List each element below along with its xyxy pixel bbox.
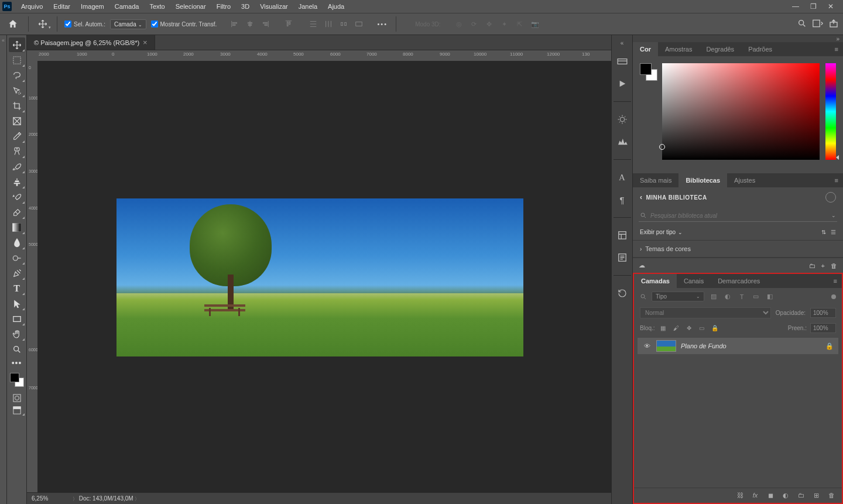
layer-lock-icon[interactable]: 🔒 [825, 342, 834, 350]
canvas-viewport[interactable] [37, 61, 611, 492]
gradient-tool[interactable] [9, 220, 25, 235]
filter-shape-icon[interactable]: ▭ [751, 293, 760, 300]
library-search[interactable]: ⌄ [639, 210, 837, 222]
dock-collapse-icon[interactable]: « [621, 40, 624, 46]
lock-transparent-icon[interactable]: ▦ [659, 325, 668, 331]
eraser-tool[interactable] [9, 205, 25, 220]
foreground-background-swatch[interactable] [10, 373, 24, 387]
tab-cor[interactable]: Cor [633, 42, 658, 56]
layer-visibility-icon[interactable]: 👁 [642, 342, 652, 349]
auto-select-checkbox[interactable]: Sel. Autom.: [64, 20, 105, 28]
path-selection-tool[interactable] [9, 296, 25, 311]
brushes-icon[interactable] [615, 112, 629, 126]
layer-row-background[interactable]: 👁 Plano de Fundo 🔒 [638, 338, 838, 354]
search-icon[interactable] [797, 19, 807, 29]
fill-input[interactable]: 100% [810, 323, 836, 333]
properties-icon[interactable] [615, 228, 629, 242]
zoom-level[interactable]: 6,25% [32, 495, 61, 502]
lock-all-icon[interactable]: 🔒 [710, 325, 719, 331]
zoom-tool[interactable] [9, 342, 25, 356]
library-panel-menu-icon[interactable]: ≡ [830, 173, 843, 187]
doc-info-label[interactable]: 〉 Doc: 143,0M/143,0M 〉 [73, 495, 139, 502]
library-view-icon[interactable]: ☰ [831, 229, 836, 235]
tab-amostras[interactable]: Amostras [658, 42, 699, 56]
filter-toggle-switch[interactable] [831, 294, 836, 299]
workspace-switcher-icon[interactable] [813, 19, 823, 29]
layer-thumbnail[interactable] [656, 340, 676, 352]
panel-collapse-icon[interactable]: » [836, 36, 839, 42]
lock-position-icon[interactable]: ✥ [684, 325, 694, 331]
align-hcenter-icon[interactable] [244, 18, 256, 30]
hue-slider-handle[interactable] [836, 155, 839, 160]
close-tab-icon[interactable]: × [143, 38, 148, 47]
distribute-hspacing-icon[interactable] [352, 18, 365, 30]
color-panel-menu-icon[interactable]: ≡ [830, 42, 843, 56]
filter-type-icon[interactable]: T [737, 293, 746, 300]
crop-tool[interactable] [9, 98, 25, 113]
move-tool-icon[interactable]: ▾ [36, 17, 50, 31]
menu-visualizar[interactable]: Visualizar [255, 1, 293, 12]
share-icon[interactable] [829, 19, 838, 29]
filter-pixel-icon[interactable]: ▨ [709, 293, 718, 300]
show-transform-checkbox[interactable]: Mostrar Contr. Transf. [151, 20, 217, 28]
tab-demarcadores[interactable]: Demarcadores [711, 274, 767, 288]
layer-fx-icon[interactable]: fx [751, 492, 760, 499]
layers-panel-menu-icon[interactable]: ≡ [829, 274, 842, 288]
opacity-input[interactable]: 100% [810, 308, 836, 318]
color-field-picker[interactable] [662, 63, 820, 160]
color-panel-swatches[interactable] [640, 63, 656, 166]
healing-brush-tool[interactable] [9, 144, 25, 159]
delete-layer-icon[interactable]: 🗑 [827, 492, 836, 499]
history-brush-tool[interactable] [9, 190, 25, 204]
type-tool[interactable]: T [9, 281, 25, 296]
menu-imagem[interactable]: Imagem [76, 1, 109, 12]
hand-tool[interactable] [9, 327, 25, 341]
menu-selecionar[interactable]: Selecionar [171, 1, 211, 12]
layer-name-label[interactable]: Plano de Fundo [681, 342, 821, 349]
tab-saiba-mais[interactable]: Saiba mais [633, 173, 678, 187]
history-icon[interactable] [615, 286, 629, 300]
ruler-horizontal[interactable]: 2000 1000 0 1000 2000 3000 4000 5000 600… [27, 50, 611, 61]
maximize-button[interactable]: ❐ [808, 2, 818, 11]
tab-canais[interactable]: Canais [677, 274, 711, 288]
library-share-avatar-icon[interactable] [825, 192, 836, 203]
blur-tool[interactable] [9, 235, 25, 250]
tab-ajustes[interactable]: Ajustes [727, 173, 762, 187]
library-trash-icon[interactable]: 🗑 [831, 262, 837, 269]
rectangle-tool[interactable] [9, 311, 25, 326]
lock-artboard-icon[interactable]: ▭ [697, 325, 707, 331]
layer-mask-icon[interactable]: ◼ [766, 492, 775, 499]
library-section-temas[interactable]: › Temas de cores [633, 240, 843, 258]
blend-mode-dropdown[interactable]: Normal [640, 307, 771, 318]
library-filter-label[interactable]: Exibir por tipo [640, 229, 676, 235]
new-group-icon[interactable]: 🗀 [796, 492, 806, 499]
pen-tool[interactable] [9, 266, 25, 280]
menu-janela[interactable]: Janela [294, 1, 322, 12]
library-back-icon[interactable]: ‹ [640, 193, 643, 201]
library-cloud-icon[interactable]: ☁ [639, 262, 645, 269]
eyedropper-tool[interactable] [9, 129, 25, 143]
foreground-color-swatch[interactable] [10, 373, 19, 382]
frame-tool[interactable] [9, 114, 25, 128]
brush-tool[interactable] [9, 159, 25, 174]
dodge-tool[interactable] [9, 251, 25, 265]
info-panel-icon[interactable] [615, 251, 629, 265]
timeline-icon[interactable] [615, 54, 629, 68]
lasso-tool[interactable] [9, 68, 25, 83]
quick-mask-icon[interactable] [9, 392, 25, 404]
menu-ajuda[interactable]: Ajuda [323, 1, 349, 12]
library-search-input[interactable] [650, 212, 828, 219]
align-right-icon[interactable] [259, 18, 272, 30]
align-left-icon[interactable] [228, 18, 241, 30]
align-more-icon[interactable]: ••• [376, 18, 389, 30]
distribute-top-icon[interactable] [307, 18, 320, 30]
filter-smart-icon[interactable]: ◧ [765, 293, 775, 300]
library-sort-icon[interactable]: ⇅ [821, 229, 826, 235]
adjustment-layer-icon[interactable]: ◐ [781, 492, 790, 499]
left-collapse-strip[interactable]: « [0, 35, 7, 504]
distribute-vcenter-icon[interactable] [322, 18, 335, 30]
quick-selection-tool[interactable] [9, 83, 25, 98]
ruler-vertical[interactable]: 0 1000 2000 3000 4000 5000 6000 7000 [27, 61, 37, 492]
menu-editar[interactable]: Editar [49, 1, 75, 12]
link-layers-icon[interactable]: ⛓ [735, 492, 745, 499]
